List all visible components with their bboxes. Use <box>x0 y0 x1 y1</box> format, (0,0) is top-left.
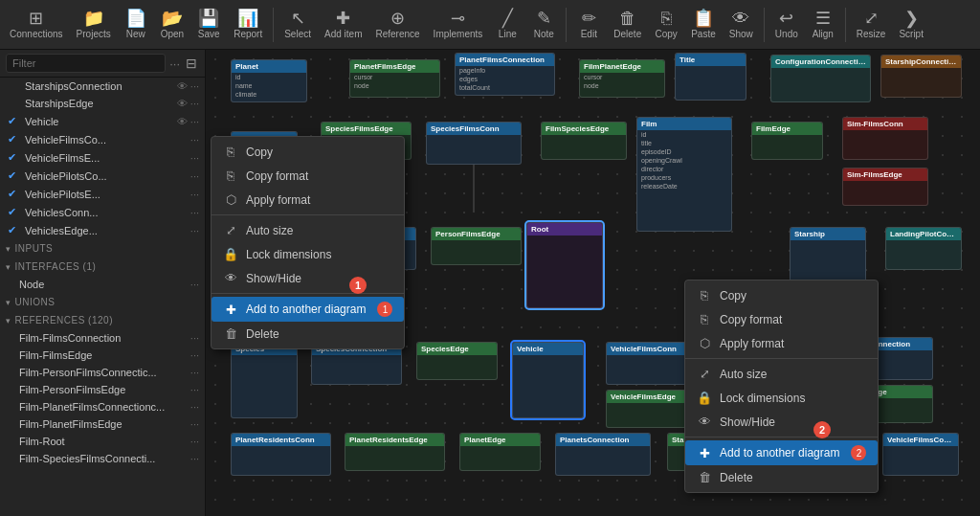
toolbar-select[interactable]: ↖Select <box>278 8 317 41</box>
item-actions[interactable]: ··· <box>190 332 199 344</box>
visibility-icon[interactable]: 👁 <box>177 80 188 92</box>
item-actions[interactable]: ··· <box>190 207 199 218</box>
node-n25[interactable]: Vehicle <box>512 342 584 418</box>
item-actions[interactable]: ··· <box>190 453 199 464</box>
ctx-item-add-to-diagram[interactable]: ✚Add to another diagram2 <box>685 440 878 465</box>
more-icon[interactable]: ··· <box>190 225 199 236</box>
ctx-item-lock-dimensions[interactable]: 🔒Lock dimensions <box>212 242 404 266</box>
section-interfaces[interactable]: ▾INTERFACES (1) <box>0 258 205 276</box>
toolbar-resize[interactable]: ⤢Resize <box>851 8 892 41</box>
sidebar-child-film-filmsedge[interactable]: Film-FilmsEdge··· <box>0 347 205 364</box>
sidebar-item-vehiclefilms-e[interactable]: ✔VehicleFilmsE...··· <box>0 148 205 167</box>
more-icon[interactable]: ··· <box>190 279 199 290</box>
sidebar-child-film-planetfilmsconnectionc...[interactable]: Film-PlanetFilmsConnectionc...··· <box>0 398 205 415</box>
item-actions[interactable]: ··· <box>190 384 199 395</box>
more-icon[interactable]: ··· <box>190 401 199 413</box>
node-n6[interactable]: ConfigurationConnection <box>770 55 871 102</box>
toolbar-script[interactable]: ❯Script <box>893 8 929 41</box>
ctx-item-add-to-diagram[interactable]: ✚Add to another diagram1 <box>212 297 404 322</box>
more-icon[interactable]: ··· <box>190 170 199 182</box>
toolbar-additem[interactable]: ✚Add item <box>319 8 368 41</box>
sidebar-item-vehicles-edge[interactable]: ✔VehiclesEdge...··· <box>0 221 205 239</box>
node-n15[interactable]: Sim-FilmsEdge <box>842 168 928 206</box>
more-icon[interactable]: ··· <box>190 367 199 378</box>
filter-dots-icon[interactable]: ··· <box>169 56 180 71</box>
toolbar-report[interactable]: 📊Report <box>228 8 268 41</box>
node-n21[interactable]: LandingPilotConnection <box>885 227 962 270</box>
item-actions[interactable]: ··· <box>190 418 199 430</box>
toolbar-implements[interactable]: ⊸Implements <box>428 8 489 41</box>
node-n32[interactable]: PlanetResidentsConn <box>231 433 331 476</box>
sidebar-child-film-filmsconnection[interactable]: Film-FilmsConnection··· <box>0 329 205 347</box>
toolbar-show[interactable]: 👁Show <box>724 8 759 41</box>
item-actions[interactable]: ··· <box>190 134 199 146</box>
ctx-item-show-hide[interactable]: 👁Show/Hide <box>685 410 878 434</box>
node-n19[interactable]: Root <box>526 222 603 308</box>
ctx-item-apply-format[interactable]: ⬡Apply format <box>685 331 878 355</box>
visibility-icon[interactable]: 👁 <box>177 98 188 109</box>
section-references[interactable]: ▾REFERENCES (120) <box>0 311 205 329</box>
more-icon[interactable]: ··· <box>190 80 199 92</box>
ctx-item-apply-format[interactable]: ⬡Apply format <box>212 188 404 212</box>
more-icon[interactable]: ··· <box>190 98 199 109</box>
item-actions[interactable]: ··· <box>190 436 199 447</box>
item-actions[interactable]: ··· <box>190 170 199 182</box>
ctx-item-copy-format[interactable]: ⎘Copy format <box>685 307 878 331</box>
sidebar-child-film-planetfilmsedge[interactable]: Film-PlanetFilmsEdge··· <box>0 415 205 433</box>
toolbar-edit[interactable]: ✏Edit <box>571 8 606 41</box>
ctx-item-auto-size[interactable]: ⤢Auto size <box>685 362 878 386</box>
ctx-item-copy[interactable]: ⎘Copy <box>212 140 404 164</box>
sidebar-child-node[interactable]: Node··· <box>0 276 205 293</box>
node-n14[interactable]: Sim-FilmsConn <box>842 117 928 160</box>
node-n22[interactable]: Species <box>231 342 298 418</box>
node-n33[interactable]: PlanetResidentsEdge <box>345 433 445 471</box>
sidebar-layout-icon[interactable]: ⊟ <box>184 56 199 71</box>
more-icon[interactable]: ··· <box>190 189 199 200</box>
ctx-item-lock-dimensions[interactable]: 🔒Lock dimensions <box>685 386 878 410</box>
item-actions[interactable]: 👁··· <box>177 116 199 127</box>
item-actions[interactable]: 👁··· <box>177 80 199 92</box>
toolbar-line[interactable]: ╱Line <box>490 8 524 41</box>
node-n1[interactable]: Planetidnameclimate <box>231 59 307 102</box>
item-actions[interactable]: ··· <box>190 189 199 200</box>
more-icon[interactable]: ··· <box>190 436 199 447</box>
sidebar-item-vehicle[interactable]: ✔Vehicle👁··· <box>0 112 205 130</box>
toolbar-save[interactable]: 💾Save <box>191 8 226 41</box>
ctx-item-copy[interactable]: ⎘Copy <box>685 283 878 307</box>
item-actions[interactable]: ··· <box>190 279 199 290</box>
item-actions[interactable]: 👁··· <box>177 98 199 109</box>
item-actions[interactable]: ··· <box>190 367 199 378</box>
node-n38[interactable]: VehicleFilmsConn2 <box>882 433 959 476</box>
ctx-item-delete[interactable]: 🗑Delete <box>685 465 878 489</box>
more-icon[interactable]: ··· <box>190 384 199 395</box>
visibility-icon[interactable]: 👁 <box>177 116 188 127</box>
item-actions[interactable]: ··· <box>190 349 199 361</box>
sidebar-item-starships-conn[interactable]: StarshipsConnection👁··· <box>0 78 205 95</box>
more-icon[interactable]: ··· <box>190 418 199 430</box>
toolbar-new[interactable]: 📄New <box>119 8 153 41</box>
node-n7[interactable]: StarshipConnection <box>880 55 962 98</box>
item-actions[interactable]: ··· <box>190 152 199 164</box>
node-n2[interactable]: PlanetFilmsEdgecursornode <box>349 59 440 98</box>
node-n13[interactable]: FilmEdge <box>751 122 823 160</box>
node-n5[interactable]: Title <box>675 53 746 101</box>
sidebar-child-film-personfilmsconnectic...[interactable]: Film-PersonFilmsConnectic...··· <box>0 364 205 381</box>
node-n11[interactable]: FilmSpeciesEdge <box>541 122 627 160</box>
section-unions[interactable]: ▾UNIONS <box>0 293 205 311</box>
more-icon[interactable]: ··· <box>190 134 199 146</box>
sidebar-item-vehiclepilots-e[interactable]: ✔VehiclePilotsE...··· <box>0 185 205 203</box>
toolbar-align[interactable]: ☰Align <box>806 8 840 41</box>
toolbar-note[interactable]: ✎Note <box>526 8 561 41</box>
ctx-item-copy-format[interactable]: ⎘Copy format <box>212 164 404 188</box>
ctx-item-auto-size[interactable]: ⤢Auto size <box>212 218 404 242</box>
sidebar-item-vehiclepilots-c[interactable]: ✔VehiclePilotsCo...··· <box>0 167 205 185</box>
node-n18[interactable]: PersonFilmsEdge <box>431 227 522 265</box>
ctx-item-delete[interactable]: 🗑Delete <box>212 322 404 346</box>
more-icon[interactable]: ··· <box>190 152 199 164</box>
item-actions[interactable]: ··· <box>190 225 199 236</box>
toolbar-undo[interactable]: ↩Undo <box>769 8 804 41</box>
toolbar-paste[interactable]: 📋Paste <box>685 8 722 41</box>
node-n12[interactable]: FilmidtitleepisodeIDopeningCrawldirector… <box>636 117 732 232</box>
node-n4[interactable]: FilmPlanetEdgecursornode <box>579 59 665 98</box>
section-inputs[interactable]: ▾INPUTS <box>0 239 205 258</box>
